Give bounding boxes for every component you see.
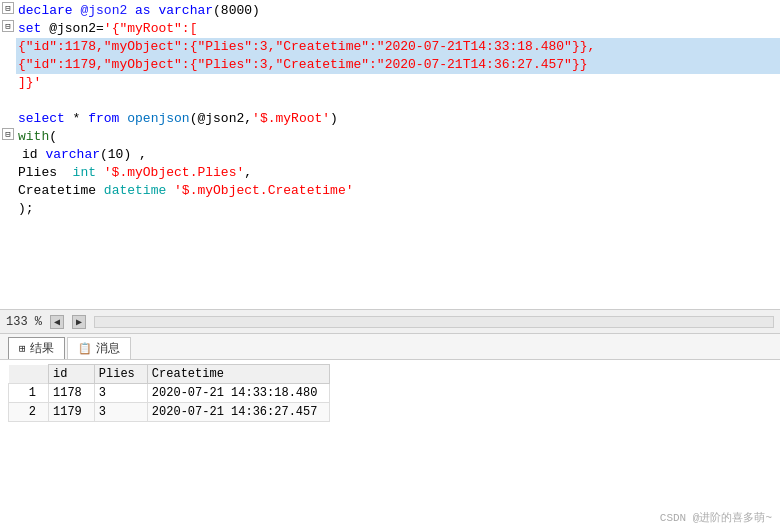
cell-createtime-1: 2020-07-21 14:33:18.480 [147, 384, 330, 403]
code-line-1: declare @json2 as varchar(8000) [16, 2, 780, 20]
code-line-12: ); [16, 200, 780, 218]
row-num-1: 1 [9, 384, 49, 403]
table-row: 1 1178 3 2020-07-21 14:33:18.480 [9, 384, 330, 403]
cell-plies-2: 3 [94, 403, 147, 422]
zoom-label: 133 % [6, 315, 42, 329]
code-line-4: {"id":1179,"myObject":{"Plies":3,"Create… [16, 56, 780, 74]
horizontal-scrollbar[interactable] [94, 316, 774, 328]
code-lines: declare @json2 as varchar(8000) set @jso… [16, 0, 780, 309]
credit: CSDN @进阶的喜多萌~ [660, 510, 772, 525]
cell-plies-1: 3 [94, 384, 147, 403]
collapse-btn-7[interactable]: ⊟ [2, 128, 14, 140]
code-line-9: id varchar(10) , [16, 146, 780, 164]
table-row: 2 1179 3 2020-07-21 14:36:27.457 [9, 403, 330, 422]
bottom-toolbar: 133 % ◀ ▶ [0, 310, 780, 334]
scroll-right-btn[interactable]: ▶ [72, 315, 86, 329]
row-num-2: 2 [9, 403, 49, 422]
cell-id-2: 1179 [49, 403, 95, 422]
scroll-left-btn[interactable]: ◀ [50, 315, 64, 329]
col-header-plies: Plies [94, 365, 147, 384]
code-line-7: select * from openjson(@json2,'$.myRoot'… [16, 110, 780, 128]
tab-results[interactable]: ⊞ 结果 [8, 337, 65, 359]
col-header-createtime: Createtime [147, 365, 330, 384]
messages-tab-label: 消息 [96, 340, 120, 357]
code-line-11: Createtime datetime '$.myObject.Createti… [16, 182, 780, 200]
code-line-2: set @json2='{"myRoot":[ [16, 20, 780, 38]
tab-messages[interactable]: 📋 消息 [67, 337, 131, 359]
col-header-id: id [49, 365, 95, 384]
messages-tab-icon: 📋 [78, 342, 92, 355]
results-tabs: ⊞ 结果 📋 消息 [0, 334, 780, 360]
results-content: id Plies Createtime 1 1178 3 2020-07-21 … [0, 360, 780, 531]
collapse-btn-1[interactable]: ⊟ [2, 2, 14, 14]
collapse-gutter: ⊟ ⊟ ⊟ [0, 0, 16, 309]
code-line-6 [16, 92, 780, 110]
code-line-3: {"id":1178,"myObject":{"Plies":3,"Create… [16, 38, 780, 56]
cell-createtime-2: 2020-07-21 14:36:27.457 [147, 403, 330, 422]
cell-id-1: 1178 [49, 384, 95, 403]
results-tab-label: 结果 [30, 340, 54, 357]
results-table: id Plies Createtime 1 1178 3 2020-07-21 … [8, 364, 330, 422]
code-line-10: Plies int '$.myObject.Plies', [16, 164, 780, 182]
code-line-5: ]}' [16, 74, 780, 92]
results-area: ⊞ 结果 📋 消息 id Plies Createtime 1 1178 [0, 334, 780, 531]
editor-area: ⊟ ⊟ ⊟ declare @json2 as varchar(8000) se… [0, 0, 780, 310]
code-line-8: with( [16, 128, 780, 146]
results-tab-icon: ⊞ [19, 342, 26, 355]
collapse-btn-2[interactable]: ⊟ [2, 20, 14, 32]
